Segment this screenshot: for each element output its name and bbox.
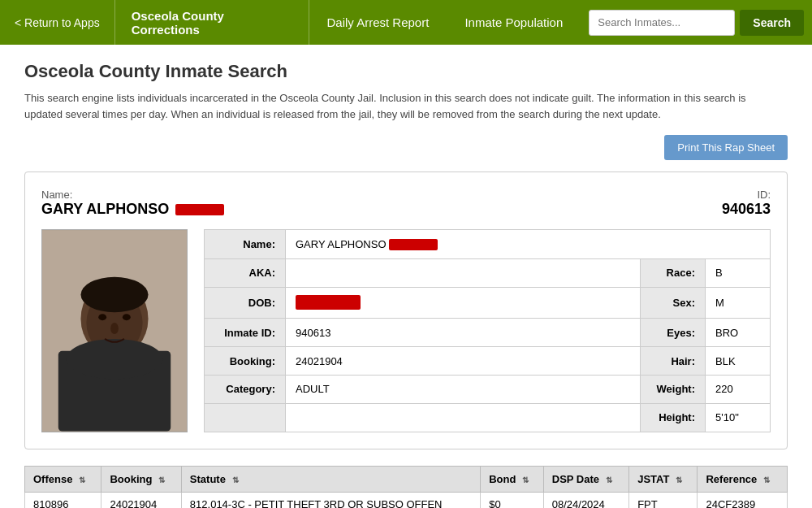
booking-value: 24021904 xyxy=(286,347,641,376)
dob-value xyxy=(286,287,641,318)
inmate-body: Name: GARY ALPHONSO AKA: Race: B DOB: xyxy=(41,229,771,432)
aka-race-row: AKA: Race: B xyxy=(205,258,771,287)
photo-svg xyxy=(42,229,187,432)
table-row: 81089624021904812.014-3C - PETIT THEFT 3… xyxy=(25,493,788,509)
hair-label: Hair: xyxy=(641,347,706,376)
weight-value: 220 xyxy=(706,376,771,404)
aka-value xyxy=(286,258,641,287)
height-value: 5'10" xyxy=(706,403,771,432)
print-rap-sheet-button[interactable]: Print This Rap Sheet xyxy=(664,135,788,160)
inmate-header: Name: GARY ALPHONSO ID: 940613 xyxy=(41,189,771,218)
page-title: Osceola County Inmate Search xyxy=(24,61,788,82)
name-label: Name: xyxy=(41,189,224,201)
offense-cell: 810896 xyxy=(25,493,102,509)
category-weight-row: Category: ADULT Weight: 220 xyxy=(205,376,771,404)
statute-cell: 812.014-3C - PETIT THEFT 3RD OR SUBSQ OF… xyxy=(181,493,480,509)
svg-point-7 xyxy=(98,314,106,320)
bond-sort-icon: ⇅ xyxy=(522,475,529,484)
eyes-label: Eyes: xyxy=(641,319,706,347)
site-title: Osceola County Corrections xyxy=(115,0,309,45)
inmate-id-value: 940613 xyxy=(286,319,641,347)
height-row: Height: 5'10" xyxy=(205,403,771,432)
statute-sort-icon: ⇅ xyxy=(232,475,239,484)
search-area: Search xyxy=(581,10,812,36)
inmate-name: GARY ALPHONSO xyxy=(41,201,224,218)
sex-value: M xyxy=(706,287,771,318)
jstat-col-header[interactable]: JSTAT ⇅ xyxy=(629,467,698,493)
sex-label: Sex: xyxy=(641,287,706,318)
svg-point-9 xyxy=(110,323,119,334)
name-field-value: GARY ALPHONSO xyxy=(286,230,771,259)
offense-sort-icon: ⇅ xyxy=(79,475,85,484)
inmate-id-label: Inmate ID: xyxy=(205,319,286,347)
dob-label: DOB: xyxy=(205,287,286,318)
name-redacted xyxy=(175,204,224,215)
dob-redacted xyxy=(296,295,361,310)
booking-col-header[interactable]: Booking ⇅ xyxy=(102,467,181,493)
inmate-id: 940613 xyxy=(722,201,771,218)
inmate-population-link[interactable]: Inmate Population xyxy=(447,0,581,45)
race-label: Race: xyxy=(641,258,706,287)
offenses-table: Offense ⇅ Booking ⇅ Statute ⇅ Bond ⇅ xyxy=(24,466,788,508)
svg-point-8 xyxy=(123,314,131,320)
inmate-card: Name: GARY ALPHONSO ID: 940613 xyxy=(24,172,788,449)
main-content: Osceola County Inmate Search This search… xyxy=(0,45,812,508)
eyes-value: BRO xyxy=(706,319,771,347)
weight-label: Weight: xyxy=(641,376,706,404)
jstat-sort-icon: ⇅ xyxy=(676,475,682,484)
return-to-apps-link[interactable]: < Return to Apps xyxy=(0,0,115,45)
hair-value: BLK xyxy=(706,347,771,376)
search-button[interactable]: Search xyxy=(740,10,804,36)
search-input[interactable] xyxy=(589,10,735,36)
booking-sort-icon: ⇅ xyxy=(158,475,165,484)
booking-label: Booking: xyxy=(205,347,286,376)
inmate-id-eyes-row: Inmate ID: 940613 Eyes: BRO xyxy=(205,319,771,347)
offenses-header-row: Offense ⇅ Booking ⇅ Statute ⇅ Bond ⇅ xyxy=(25,467,788,493)
jstat-cell: FPT xyxy=(629,493,698,509)
dsp-sort-icon: ⇅ xyxy=(606,475,612,484)
race-value: B xyxy=(706,258,771,287)
name-field-label: Name: xyxy=(205,230,286,259)
aka-label: AKA: xyxy=(205,258,286,287)
statute-col-header[interactable]: Statute ⇅ xyxy=(181,467,480,493)
id-label: ID: xyxy=(722,189,771,201)
reference-col-header[interactable]: Reference ⇅ xyxy=(698,467,788,493)
name-row: Name: GARY ALPHONSO xyxy=(205,230,771,259)
reference-cell: 24CF2389 xyxy=(698,493,788,509)
height-label: Height: xyxy=(641,403,706,432)
bond-cell: $0 xyxy=(481,493,544,509)
empty-label-1 xyxy=(205,403,286,432)
name-table-redacted xyxy=(389,239,438,250)
offense-col-header[interactable]: Offense ⇅ xyxy=(25,467,102,493)
page-description: This search engine lists individuals inc… xyxy=(24,90,755,122)
svg-point-6 xyxy=(67,339,163,379)
svg-point-4 xyxy=(80,277,148,313)
inmate-photo xyxy=(41,229,188,432)
inmate-info-table: Name: GARY ALPHONSO AKA: Race: B DOB: xyxy=(204,229,771,432)
booking-hair-row: Booking: 24021904 Hair: BLK xyxy=(205,347,771,376)
reference-sort-icon: ⇅ xyxy=(763,475,770,484)
bond-col-header[interactable]: Bond ⇅ xyxy=(481,467,544,493)
dsp-date-col-header[interactable]: DSP Date ⇅ xyxy=(543,467,628,493)
booking-cell: 24021904 xyxy=(102,493,181,509)
category-value: ADULT xyxy=(286,376,641,404)
navbar: < Return to Apps Osceola County Correcti… xyxy=(0,0,812,45)
category-label: Category: xyxy=(205,376,286,404)
daily-arrest-link[interactable]: Daily Arrest Report xyxy=(309,0,447,45)
dsp_date-cell: 08/24/2024 xyxy=(543,493,628,509)
dob-sex-row: DOB: Sex: M xyxy=(205,287,771,318)
empty-value-1 xyxy=(286,403,641,432)
offenses-section: Offense ⇅ Booking ⇅ Statute ⇅ Bond ⇅ xyxy=(24,466,788,508)
